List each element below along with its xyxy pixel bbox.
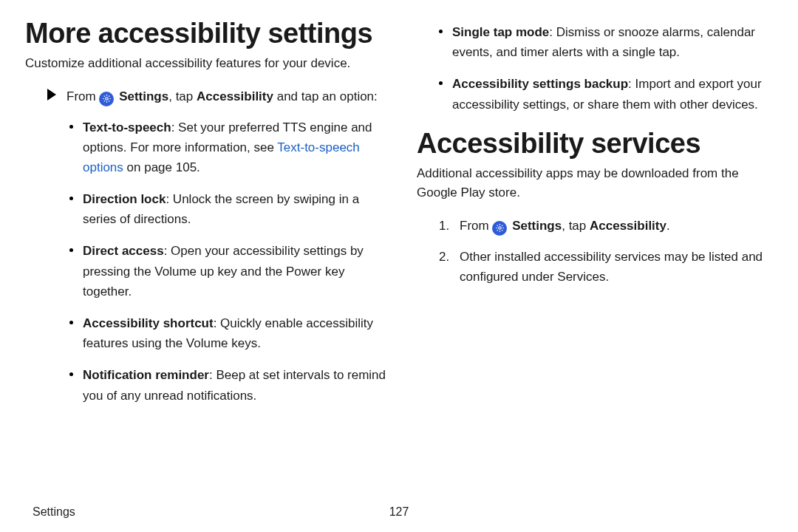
left-column: More accessibility settings Customize ad…: [25, 18, 387, 488]
item-term: Accessibility settings backup: [452, 77, 628, 91]
from-suffix: and tap an option:: [273, 89, 378, 103]
step-mid: , tap: [562, 219, 590, 233]
item-term: Single tap mode: [452, 25, 549, 39]
item-term: Notification reminder: [83, 368, 209, 382]
svg-point-2: [499, 227, 501, 229]
item-term: Accessibility shortcut: [83, 316, 214, 330]
list-item: Direction lock: Unlock the screen by swi…: [69, 189, 387, 229]
item-desc-tail: on page 105.: [123, 160, 200, 174]
from-mid: , tap: [168, 89, 197, 103]
options-list-right: Single tap mode: Dismiss or snooze alarm…: [439, 22, 779, 115]
step-suffix: .: [666, 219, 670, 233]
gear-icon: [99, 92, 114, 106]
item-term: Direction lock: [83, 192, 166, 206]
accessibility-label: Accessibility: [197, 89, 273, 103]
gear-icon: [492, 221, 507, 236]
settings-label: Settings: [119, 89, 168, 103]
step-prefix: From: [460, 219, 492, 233]
list-item: Accessibility shortcut: Quickly enable a…: [69, 313, 387, 353]
list-item: Accessibility settings backup: Import an…: [439, 74, 779, 114]
list-item: Single tap mode: Dismiss or snooze alarm…: [439, 22, 779, 62]
options-list-left: Text-to-speech: Set your preferred TTS e…: [69, 117, 387, 406]
steps-list: From Settings, tap Accessibility. Other …: [439, 216, 779, 287]
heading-accessibility-services: Accessibility services: [417, 128, 779, 160]
right-column: Single tap mode: Dismiss or snooze alarm…: [417, 18, 779, 488]
footer-page-number: 127: [389, 505, 409, 519]
from-settings-row: From Settings, tap Accessibility and tap…: [47, 86, 387, 106]
list-item: Notification reminder: Beep at set inter…: [69, 365, 387, 405]
item-term: Text-to-speech: [83, 120, 171, 134]
accessibility-label: Accessibility: [590, 219, 666, 233]
svg-marker-0: [47, 89, 56, 100]
step-item: From Settings, tap Accessibility.: [439, 216, 779, 236]
page-footer: Settings 127: [0, 505, 798, 519]
svg-point-1: [106, 98, 108, 100]
intro-left: Customize additional accessibility featu…: [25, 54, 387, 73]
list-item: Direct access: Open your accessibility s…: [69, 241, 387, 301]
heading-more-accessibility: More accessibility settings: [25, 18, 387, 50]
page-body: More accessibility settings Customize ad…: [0, 0, 798, 488]
step-item: Other installed accessibility services m…: [439, 247, 779, 287]
intro-right: Additional accessibility apps may be dow…: [417, 164, 779, 203]
list-item: Text-to-speech: Set your preferred TTS e…: [69, 117, 387, 178]
footer-section: Settings: [33, 505, 75, 519]
from-settings-text: From Settings, tap Accessibility and tap…: [66, 86, 378, 106]
item-term: Direct access: [83, 244, 164, 258]
settings-label: Settings: [512, 219, 562, 233]
from-prefix: From: [66, 89, 99, 103]
caret-right-icon: [47, 89, 56, 106]
